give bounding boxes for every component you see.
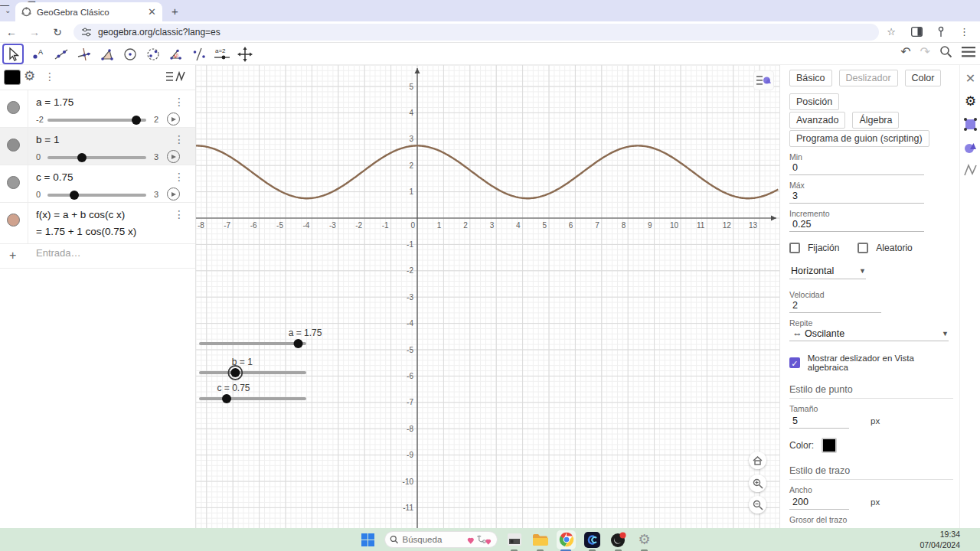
algebra-row-c[interactable]: c = 0.75 ⋮ 0 3: [0, 165, 195, 203]
tab-basico[interactable]: Básico: [789, 70, 832, 86]
tool-angle[interactable]: β: [165, 44, 187, 64]
tool-reflection[interactable]: [188, 44, 210, 64]
visibility-marble[interactable]: [7, 101, 20, 114]
stroke-width-input[interactable]: 200: [789, 496, 849, 510]
increment-input[interactable]: 0.25: [789, 218, 924, 232]
point-size-input[interactable]: 5: [789, 415, 849, 429]
row-menu-icon[interactable]: ⋮: [174, 171, 185, 182]
tab-list-chevron-icon[interactable]: ⌄: [5, 6, 11, 15]
redo-icon[interactable]: ↷: [920, 44, 930, 59]
slider-thumb[interactable]: [70, 191, 79, 200]
slider-track[interactable]: [47, 194, 146, 197]
site-settings-icon[interactable]: [81, 28, 92, 37]
style-settings-gear-icon[interactable]: ⚙: [24, 68, 35, 84]
graphics-view-icon[interactable]: [963, 117, 978, 132]
home-zoom-button[interactable]: [749, 452, 766, 469]
start-button[interactable]: [358, 530, 377, 549]
canvas-slider-c[interactable]: c = 0.75: [201, 383, 305, 403]
zoom-out-button[interactable]: [749, 496, 766, 514]
algebra-row-b[interactable]: b = 1 ⋮ 0 3: [0, 128, 195, 165]
orientation-select[interactable]: Horizontal▼: [789, 264, 866, 279]
main-menu-icon[interactable]: [962, 47, 975, 57]
back-icon[interactable]: ←: [0, 26, 23, 38]
taskbar-app-chrome[interactable]: [557, 530, 576, 549]
speed-input[interactable]: 2: [789, 299, 881, 313]
tab-close-icon[interactable]: ✕: [148, 7, 156, 17]
fixation-checkbox[interactable]: [789, 243, 800, 253]
browser-menu-icon[interactable]: ⋮: [959, 26, 969, 37]
tool-polygon[interactable]: [96, 44, 118, 64]
algebra-row-a[interactable]: a = 1.75 ⋮ -2 2: [0, 90, 195, 128]
tool-circle-through-points[interactable]: [142, 44, 164, 64]
tab-avanzado[interactable]: Avanzado: [789, 112, 845, 129]
tool-move-graphics-view[interactable]: [234, 44, 256, 64]
slider-thumb[interactable]: [77, 153, 87, 162]
slider-min-label: -2: [36, 115, 44, 124]
show-slider-checkbox[interactable]: ✓: [789, 357, 800, 368]
bookmark-star-icon[interactable]: ☆: [887, 26, 896, 37]
undo-icon[interactable]: ↶: [900, 44, 910, 59]
graphics-view[interactable]: -8-7-6-5-4-3-2-1012345678910111213-11-10…: [196, 65, 779, 528]
algebra-input[interactable]: [36, 247, 181, 259]
style-bar-menu-icon[interactable]: ⋮: [44, 71, 55, 82]
close-properties-icon[interactable]: ✕: [963, 71, 978, 86]
tool-slider[interactable]: a=2: [211, 44, 233, 64]
canvas-slider-a[interactable]: a = 1.75: [201, 328, 322, 348]
fullscreen-icon[interactable]: [779, 500, 780, 510]
row-menu-icon[interactable]: ⋮: [174, 209, 185, 220]
slider-track[interactable]: [47, 119, 146, 122]
repeat-select[interactable]: ⇔ Oscilante▼: [789, 328, 949, 341]
tab-algebra[interactable]: Álgebra: [852, 112, 899, 129]
settings-gear-icon[interactable]: ⚙: [963, 94, 978, 109]
min-input[interactable]: 0: [789, 161, 924, 175]
tab-color[interactable]: Color: [905, 70, 942, 86]
taskbar-app-snip[interactable]: [505, 530, 524, 549]
row-menu-icon[interactable]: ⋮: [174, 96, 185, 107]
function-curve[interactable]: [196, 145, 778, 198]
algebra-row-function[interactable]: f(x) = a + b cos(c x) = 1.75 + 1 cos(0.7…: [0, 203, 195, 244]
tool-perpendicular-line[interactable]: [74, 44, 95, 64]
slider-thumb[interactable]: [132, 116, 141, 125]
object-color-swatch[interactable]: [4, 70, 21, 85]
taskbar-app-settings[interactable]: ⚙: [635, 530, 654, 549]
taskbar-app-dark-c[interactable]: [583, 530, 602, 549]
taskbar-app-file-explorer[interactable]: [531, 530, 550, 549]
visibility-marble[interactable]: [7, 176, 20, 189]
max-input[interactable]: 3: [789, 190, 924, 204]
graphics-style-bar-button[interactable]: [753, 70, 774, 90]
row-menu-icon[interactable]: ⋮: [174, 134, 185, 145]
taskbar-search[interactable]: [384, 531, 498, 548]
zoom-in-button[interactable]: [749, 474, 766, 492]
search-icon[interactable]: [939, 45, 952, 58]
browser-tab[interactable]: GeoGebra Clásico ✕: [15, 2, 162, 21]
slider-track[interactable]: [47, 156, 146, 159]
tab-posicion[interactable]: Posición: [789, 93, 839, 110]
side-panel-icon[interactable]: [911, 27, 923, 37]
url-field[interactable]: geogebra.org/classic?lang=es: [74, 24, 879, 41]
taskbar-app-obs[interactable]: [609, 530, 628, 549]
tab-scripting[interactable]: Programa de guion (scripting): [789, 130, 929, 147]
tool-line[interactable]: [51, 44, 72, 64]
reload-icon[interactable]: ↻: [46, 26, 69, 38]
add-entry-icon[interactable]: +: [9, 249, 16, 262]
animate-play-button[interactable]: [167, 187, 180, 201]
extension-pin-icon[interactable]: [938, 26, 944, 37]
tool-circle-center-point[interactable]: [119, 44, 141, 64]
function-curve-view-icon[interactable]: [963, 163, 978, 178]
graph-svg[interactable]: -8-7-6-5-4-3-2-1012345678910111213-11-10…: [196, 65, 779, 528]
taskbar-search-input[interactable]: [402, 535, 463, 544]
taskbar-clock[interactable]: 19:34 07/04/2024: [920, 529, 980, 550]
algebra-display-options-icon[interactable]: [166, 70, 186, 83]
point-color-swatch[interactable]: [822, 438, 837, 453]
animate-play-button[interactable]: [167, 112, 180, 126]
3d-view-icon[interactable]: [963, 140, 978, 155]
tool-point[interactable]: A: [28, 44, 49, 64]
tool-move[interactable]: [2, 44, 24, 64]
tab-deslizador[interactable]: Deslizador: [839, 70, 898, 86]
forward-icon[interactable]: →: [23, 26, 46, 38]
new-tab-button[interactable]: +: [172, 5, 178, 17]
visibility-marble[interactable]: [7, 139, 20, 152]
animate-play-button[interactable]: [167, 150, 180, 163]
visibility-marble[interactable]: [7, 214, 20, 227]
random-checkbox[interactable]: [858, 243, 868, 253]
